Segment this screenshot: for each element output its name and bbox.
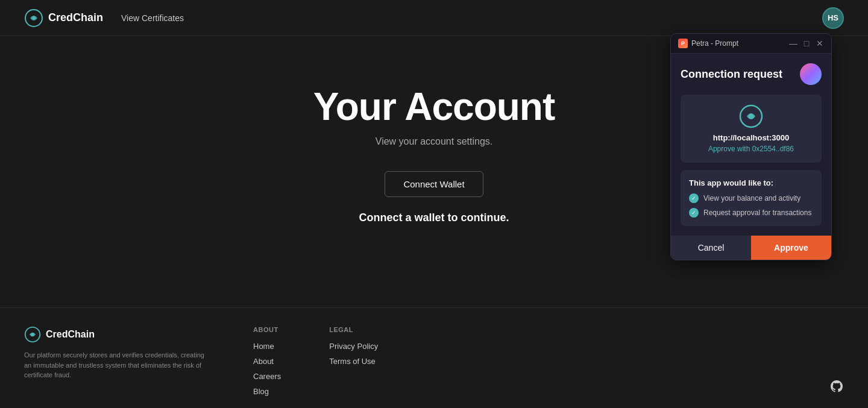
- dialog-overlay: P Petra - Prompt — □ ✕ Connection reques…: [670, 33, 832, 260]
- permission-text-transactions: Request approval for transactions: [703, 209, 811, 217]
- dialog-close-button[interactable]: ✕: [816, 39, 824, 48]
- footer-link-terms[interactable]: Terms of Use: [329, 357, 378, 366]
- check-icon-transactions: ✓: [689, 208, 699, 218]
- navbar: CredChain View Certificates HS: [0, 0, 868, 36]
- check-mark-transactions: ✓: [691, 210, 696, 216]
- permission-text-balance: View your balance and activity: [703, 194, 800, 202]
- page-subtitle: View your account settings.: [376, 136, 492, 147]
- svg-point-5: [749, 114, 753, 119]
- logo[interactable]: CredChain: [24, 8, 103, 28]
- check-mark-balance: ✓: [691, 195, 696, 201]
- connection-url: http://localhost:3000: [713, 133, 789, 142]
- page-title: Your Account: [313, 84, 555, 129]
- view-certificates-link[interactable]: View Certificates: [121, 13, 184, 23]
- footer-content: CredChain Our platform securely stores a…: [24, 326, 844, 396]
- navbar-logo-text: CredChain: [48, 11, 103, 24]
- footer-link-about[interactable]: About: [253, 357, 281, 366]
- permissions-card: This app would like to: ✓ View your bala…: [681, 170, 822, 226]
- connect-wallet-button[interactable]: Connect Wallet: [385, 171, 483, 197]
- footer-link-privacy[interactable]: Privacy Policy: [329, 342, 378, 351]
- dialog-titlebar: P Petra - Prompt — □ ✕: [671, 34, 831, 54]
- dialog-heading: Connection request: [681, 68, 782, 81]
- connection-approve-text: Approve with 0x2554..df86: [708, 145, 794, 153]
- cancel-button[interactable]: Cancel: [671, 236, 751, 260]
- footer-brand: CredChain Our platform securely stores a…: [24, 326, 205, 380]
- footer-logo-text: CredChain: [46, 329, 95, 340]
- permissions-title: This app would like to:: [689, 178, 813, 187]
- dialog-titlebar-left: P Petra - Prompt: [678, 39, 738, 48]
- footer-about-section: ABOUT Home About Careers Blog: [253, 326, 281, 396]
- footer-link-home[interactable]: Home: [253, 342, 281, 351]
- permission-item-transactions: ✓ Request approval for transactions: [689, 208, 813, 218]
- github-icon[interactable]: [829, 379, 844, 394]
- footer-link-blog[interactable]: Blog: [253, 387, 281, 396]
- dialog-title-text: Petra - Prompt: [691, 39, 738, 48]
- footer-logo-icon: [24, 326, 41, 343]
- credchain-logo-icon: [24, 8, 43, 28]
- petra-icon: P: [678, 39, 688, 48]
- gradient-circle-icon: [800, 63, 822, 85]
- connection-card-logo: [739, 104, 763, 128]
- footer-link-careers[interactable]: Careers: [253, 372, 281, 381]
- legal-section-title: LEGAL: [329, 326, 378, 333]
- check-icon-balance: ✓: [689, 193, 699, 203]
- footer-description: Our platform securely stores and verifie…: [24, 350, 205, 380]
- dialog-maximize-button[interactable]: □: [802, 39, 811, 48]
- footer-legal-section: LEGAL Privacy Policy Terms of Use: [329, 326, 378, 366]
- svg-point-1: [32, 16, 36, 20]
- dialog-minimize-button[interactable]: —: [789, 39, 797, 48]
- permission-item-balance: ✓ View your balance and activity: [689, 193, 813, 203]
- petra-dialog: P Petra - Prompt — □ ✕ Connection reques…: [670, 33, 832, 260]
- footer-logo: CredChain: [24, 326, 205, 343]
- dialog-header-row: Connection request: [681, 63, 822, 85]
- connect-hint-text: Connect a wallet to continue.: [359, 212, 509, 224]
- footer-github[interactable]: [829, 379, 844, 396]
- dialog-actions: Cancel Approve: [671, 236, 831, 260]
- avatar[interactable]: HS: [822, 7, 844, 29]
- dialog-controls: — □ ✕: [789, 39, 824, 48]
- approve-button[interactable]: Approve: [751, 236, 831, 260]
- dialog-body: Connection request http://localhost:3000…: [671, 54, 831, 260]
- about-section-title: ABOUT: [253, 326, 281, 333]
- svg-point-3: [31, 333, 34, 336]
- connection-card: http://localhost:3000 Approve with 0x255…: [681, 95, 822, 163]
- navbar-left: CredChain View Certificates: [24, 8, 184, 28]
- footer: CredChain Our platform securely stores a…: [0, 307, 868, 408]
